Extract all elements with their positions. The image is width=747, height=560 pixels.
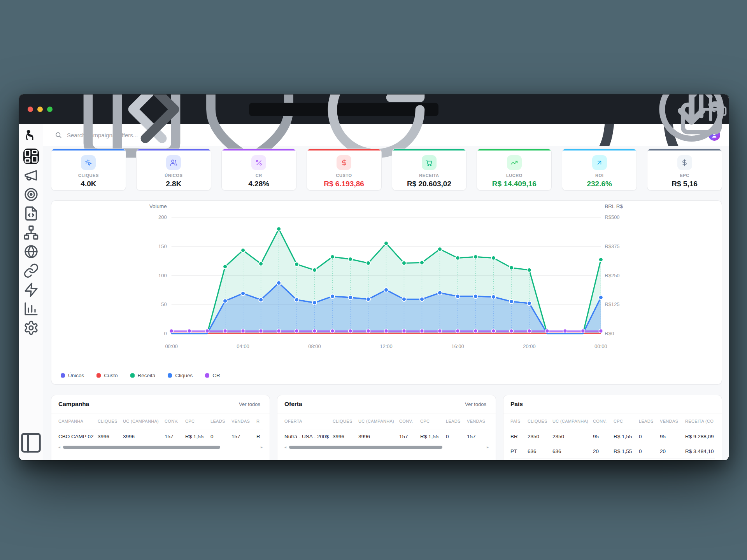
svg-text:12:00: 12:00 [380, 343, 392, 349]
legend-item-receita[interactable]: Receita [130, 373, 156, 378]
svg-text:0: 0 [164, 331, 167, 336]
arrow-up-right-icon [596, 159, 603, 166]
table-row: Nutra - USA - 200$39963996157R$ 1,550157 [284, 429, 489, 444]
browser-window: CLIQUES 4.0K ÚNICOS 2.8K CR 4.28% CUSTO … [19, 94, 729, 460]
scroll-right-arrow[interactable]: ▸ [261, 445, 263, 449]
dollar-icon [340, 159, 348, 166]
kpi-accent-bar [137, 149, 211, 150]
sidebar-collapse-button[interactable] [19, 431, 43, 455]
kpi-card-únicos: ÚNICOS 2.8K [136, 149, 211, 191]
sidebar-item-integrations[interactable] [23, 282, 39, 298]
sidebar-item-links[interactable] [23, 263, 39, 278]
kpi-card-cr: CR 4.28% [221, 149, 296, 191]
kpi-accent-bar [647, 149, 722, 150]
svg-text:00:00: 00:00 [594, 343, 607, 349]
table-scrollbar: ◂ ▸ [277, 444, 496, 449]
sidebar-item-domains[interactable] [23, 244, 39, 259]
kpi-accent-bar [477, 149, 551, 150]
svg-text:04:00: 04:00 [237, 343, 249, 349]
kpi-label: RECEITA [392, 173, 466, 178]
kpi-icon-chip [81, 155, 96, 170]
bar-chart-icon [23, 301, 39, 317]
sidebar-item-dashboard[interactable] [23, 149, 39, 164]
sidebar-nav [23, 149, 39, 336]
kpi-icon-chip [166, 155, 181, 170]
sidebar-item-offers[interactable] [23, 187, 39, 202]
kpi-value: 2.8K [137, 180, 211, 188]
kpi-icon-chip [422, 155, 437, 170]
kpi-card-lucro: LUCRO R$ 14.409,16 [477, 149, 552, 191]
svg-text:16:00: 16:00 [451, 343, 464, 349]
scroll-left-arrow[interactable]: ◂ [58, 445, 60, 449]
kpi-value: R$ 20.603,02 [392, 180, 466, 188]
kpi-icon-chip [251, 155, 266, 170]
kpi-card-cliques: CLIQUES 4.0K [51, 149, 126, 191]
traffic-chart: 200150100500R$500R$375R$250R$125R$0Volum… [51, 201, 722, 384]
panel-title: País [510, 401, 523, 408]
kpi-value: R$ 6.193,86 [307, 180, 381, 188]
kpi-card-receita: RECEITA R$ 20.603,02 [392, 149, 467, 191]
kpi-value: R$ 5,16 [647, 180, 722, 188]
sidebar-item-settings[interactable] [23, 320, 39, 336]
table-row: BR2350235095R$ 1,55095R$ 9.288,09 [510, 429, 715, 444]
tab-overview-icon[interactable] [711, 101, 729, 118]
scrollbar-thumb[interactable] [289, 446, 442, 449]
scroll-left-arrow[interactable]: ◂ [284, 445, 286, 449]
kpi-card-epc: EPC R$ 5,16 [647, 149, 722, 191]
zoom-window-button[interactable] [47, 107, 53, 112]
legend-item-custo[interactable]: Custo [96, 373, 117, 378]
address-bar[interactable] [249, 103, 438, 116]
legend-item-cliques[interactable]: Cliques [168, 373, 193, 378]
app-sidebar [19, 124, 43, 460]
sidebar-item-reports[interactable] [23, 301, 39, 317]
kpi-label: CLIQUES [51, 173, 126, 178]
kpi-label: ÚNICOS [137, 173, 211, 178]
table-row: CBO CAMP 0239963996157R$ 1,550157R [58, 429, 263, 444]
sidebar-item-campaigns[interactable] [23, 168, 39, 183]
kpi-value: 4.0K [51, 180, 126, 188]
svg-text:R$375: R$375 [605, 243, 619, 249]
kpi-icon-chip [507, 155, 522, 170]
trending-up-icon [510, 159, 518, 166]
view-all-link[interactable]: Ver todos [465, 401, 489, 407]
panel-table: PAÍSCLIQUESUC (CAMPANHA)CONV.CPCLEADSVEN… [503, 413, 722, 459]
traffic-chart-panel: 200150100500R$500R$375R$250R$125R$0Volum… [51, 200, 722, 385]
svg-text:R$250: R$250 [605, 273, 619, 278]
traffic-lights [28, 107, 53, 112]
legend-color-dot [61, 373, 65, 378]
legend-item-cr[interactable]: CR [205, 373, 220, 378]
kpi-card-roi: ROI 232.6% [562, 149, 637, 191]
scroll-right-arrow[interactable]: ▸ [487, 445, 489, 449]
scrollbar-thumb[interactable] [63, 446, 220, 449]
kpi-accent-bar [562, 149, 637, 150]
sidebar-item-pages[interactable] [23, 206, 39, 221]
minimize-window-button[interactable] [37, 107, 43, 112]
legend-item-únicos[interactable]: Únicos [61, 373, 84, 378]
target-icon [23, 187, 39, 202]
legend-color-dot [205, 373, 209, 378]
browser-titlebar [19, 94, 729, 124]
app-frame: CLIQUES 4.0K ÚNICOS 2.8K CR 4.28% CUSTO … [19, 124, 729, 460]
panel-campanha: Campanha Ver todos CAMPANHACLIQUESUC (CA… [51, 395, 270, 460]
panel-table: CAMPANHACLIQUESUC (CAMPANHA)CONV.CPCLEAD… [51, 413, 270, 444]
sidebar-item-flows[interactable] [23, 225, 39, 240]
kpi-label: CUSTO [307, 173, 381, 178]
cart-icon [425, 159, 433, 166]
legend-color-dot [130, 373, 135, 378]
legend-color-dot [96, 373, 101, 378]
svg-text:R$500: R$500 [605, 214, 619, 220]
kpi-label: ROI [562, 173, 637, 178]
cursor-click-icon [85, 159, 92, 166]
kpi-value: 232.6% [562, 180, 637, 188]
table-header-row: PAÍSCLIQUESUC (CAMPANHA)CONV.CPCLEADSVEN… [510, 413, 715, 429]
panel-title: Campanha [58, 401, 89, 408]
view-all-link[interactable]: Ver todos [239, 401, 263, 407]
close-window-button[interactable] [28, 107, 33, 112]
dog-logo[interactable] [25, 129, 37, 142]
network-icon [23, 225, 39, 240]
kpi-icon-chip [592, 155, 607, 170]
table-row: PT63663620R$ 1,55020R$ 3.484,10 [510, 444, 715, 459]
svg-text:20:00: 20:00 [523, 343, 535, 349]
kpi-accent-bar [307, 149, 381, 150]
settings-icon [23, 320, 39, 336]
